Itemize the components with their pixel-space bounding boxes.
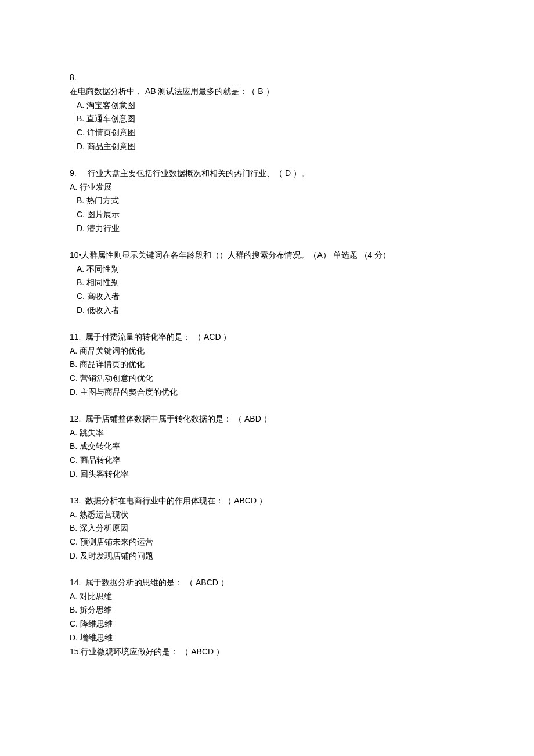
option-b: B. 拆分思维 xyxy=(70,603,464,617)
question-stem: 11. 属于付费流量的转化率的是： （ ACD ） xyxy=(70,330,464,344)
question-text: 数据分析在电商行业中的作用体现在：（ ABCD ） xyxy=(85,496,267,505)
question-text: 人群属性则显示关键词在各年龄段和（）人群的搜索分布情况。（A） 单选题 （4 分… xyxy=(81,250,391,260)
options: A. 熟悉运营现状 B. 深入分析原因 C. 预测店铺未来的运营 D. 及时发现… xyxy=(70,508,464,563)
question-12: 12. 属于店铺整体数据中属于转化数据的是： （ ABD ） A. 跳失率 B.… xyxy=(70,412,464,481)
question-stem: 13. 数据分析在电商行业中的作用体现在：（ ABCD ） xyxy=(70,494,464,508)
question-9: 9. 行业大盘主要包括行业数据概况和相关的热门行业、（ D ）。 A. 行业发展… xyxy=(70,167,464,236)
option-d: D. 及时发现店铺的问题 xyxy=(70,549,464,563)
option-c: C. 降维思维 xyxy=(70,617,464,631)
option-b: B. 相同性别 xyxy=(77,276,464,290)
question-14: 14. 属于数据分析的思维的是： （ ABCD ） A. 对比思维 B. 拆分思… xyxy=(70,576,464,645)
option-a: A. 淘宝客创意图 xyxy=(77,99,464,113)
question-stem: 12. 属于店铺整体数据中属于转化数据的是： （ ABD ） xyxy=(70,412,464,426)
question-number: 14. xyxy=(70,578,81,587)
option-c: C. 商品转化率 xyxy=(70,453,464,467)
document-page: 8. 在电商数据分析中， AB 测试法应用最多的就是：（ B ） A. 淘宝客创… xyxy=(0,0,534,756)
option-a: A. 对比思维 xyxy=(70,590,464,604)
option-b: B. 深入分析原因 xyxy=(70,521,464,535)
option-d: D. 增维思维 xyxy=(70,631,464,645)
option-a: A. 行业发展 xyxy=(70,181,464,195)
question-text: 行业微观环境应做好的是： （ ABCD ） xyxy=(81,647,224,656)
option-c: C. 图片展示 xyxy=(70,208,464,222)
option-a: A. 跳失率 xyxy=(70,426,464,440)
option-b: B. 成交转化率 xyxy=(70,440,464,453)
question-text: 属于数据分析的思维的是： （ ABCD ） xyxy=(85,578,229,587)
option-c: C. 高收入者 xyxy=(77,290,464,304)
option-c: C. 预测店铺未来的运营 xyxy=(70,535,464,549)
question-stem: 10•人群属性则显示关键词在各年龄段和（）人群的搜索分布情况。（A） 单选题 （… xyxy=(70,249,464,262)
option-d: D. 商品主创意图 xyxy=(77,140,464,154)
option-c: C. 详情页创意图 xyxy=(77,126,464,140)
options: A. 跳失率 B. 成交转化率 C. 商品转化率 D. 回头客转化率 xyxy=(70,426,464,481)
options: A. 行业发展 B. 热门方式 C. 图片展示 D. 潜力行业 xyxy=(70,181,464,236)
question-11: 11. 属于付费流量的转化率的是： （ ACD ） A. 商品关键词的优化 B.… xyxy=(70,330,464,399)
option-a: A. 商品关键词的优化 xyxy=(70,344,464,358)
question-stem: 在电商数据分析中， AB 测试法应用最多的就是：（ B ） xyxy=(70,85,464,99)
question-stem: 9. 行业大盘主要包括行业数据概况和相关的热门行业、（ D ）。 xyxy=(70,167,464,181)
option-b: B. 直通车创意图 xyxy=(77,112,464,126)
option-b: B. 商品详情页的优化 xyxy=(70,358,464,372)
question-15: 15.行业微观环境应做好的是： （ ABCD ） xyxy=(70,645,464,659)
option-d: D. 回头客转化率 xyxy=(70,467,464,481)
question-text: 属于付费流量的转化率的是： （ ACD ） xyxy=(85,332,231,341)
options: A. 商品关键词的优化 B. 商品详情页的优化 C. 营销活动创意的优化 D. … xyxy=(70,344,464,399)
option-d: D. 主图与商品的契合度的优化 xyxy=(70,386,464,399)
question-stem: 14. 属于数据分析的思维的是： （ ABCD ） xyxy=(70,576,464,590)
option-d: D. 低收入者 xyxy=(77,304,464,318)
question-number: 11. xyxy=(70,332,81,341)
option-b: B. 热门方式 xyxy=(70,194,464,208)
question-number: 13. xyxy=(70,496,81,505)
option-d: D. 潜力行业 xyxy=(70,222,464,236)
question-8: 8. 在电商数据分析中， AB 测试法应用最多的就是：（ B ） A. 淘宝客创… xyxy=(70,71,464,154)
question-number: 15. xyxy=(70,647,81,656)
question-number: 10• xyxy=(70,250,81,260)
option-c: C. 营销活动创意的优化 xyxy=(70,372,464,386)
question-10: 10•人群属性则显示关键词在各年龄段和（）人群的搜索分布情况。（A） 单选题 （… xyxy=(70,249,464,318)
options: A. 淘宝客创意图 B. 直通车创意图 C. 详情页创意图 D. 商品主创意图 xyxy=(70,99,464,154)
question-text: 属于店铺整体数据中属于转化数据的是： （ ABD ） xyxy=(85,414,271,423)
question-number: 12. xyxy=(70,414,81,423)
question-stem: 15.行业微观环境应做好的是： （ ABCD ） xyxy=(70,645,464,659)
options: A. 对比思维 B. 拆分思维 C. 降维思维 D. 增维思维 xyxy=(70,590,464,645)
question-13: 13. 数据分析在电商行业中的作用体现在：（ ABCD ） A. 熟悉运营现状 … xyxy=(70,494,464,563)
question-number: 8. xyxy=(70,71,464,85)
question-number: 9. xyxy=(70,168,77,178)
options: A. 不同性别 B. 相同性别 C. 高收入者 D. 低收入者 xyxy=(70,262,464,318)
option-a: A. 熟悉运营现状 xyxy=(70,508,464,522)
option-a: A. 不同性别 xyxy=(77,262,464,276)
question-text: 行业大盘主要包括行业数据概况和相关的热门行业、（ D ）。 xyxy=(88,168,309,178)
